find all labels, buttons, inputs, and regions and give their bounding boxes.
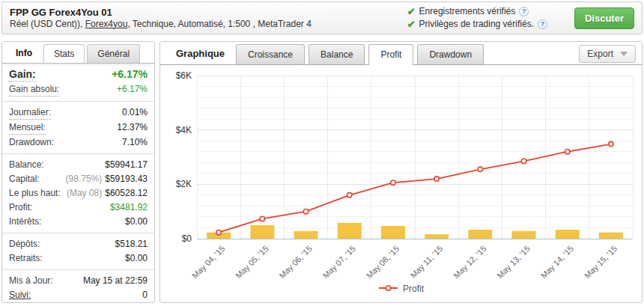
bar-may-08-15: [381, 226, 405, 239]
verification-block: ✔ Enregistrements vérifiés ? ✔ Privilège…: [407, 5, 547, 31]
help-icon[interactable]: ?: [519, 7, 529, 16]
chart-legend: Profit: [162, 284, 640, 294]
sidebar-tabs: InfoStatsGénéral: [2, 42, 154, 64]
stat-row-retraits: Retraits:$0.00: [2, 251, 154, 266]
point-may-05-15: [260, 216, 264, 221]
stat-label: Mensuel:: [9, 121, 46, 135]
chart-tab-profit[interactable]: Profit: [368, 44, 413, 65]
stat-label: Gain absolu:: [9, 83, 59, 97]
stat-label: Intérêts:: [9, 215, 41, 228]
x-tick-label: May 05, '15: [234, 244, 270, 280]
bar-may-11-15: [425, 234, 449, 239]
stat-row-capital: Capital:(98.75%)$59193.43: [2, 172, 154, 186]
stat-value: +6.17%: [112, 68, 148, 81]
legend-line-marker-icon: [379, 284, 398, 294]
x-tick-label: May 08, '15: [365, 244, 401, 280]
stat-value: $0.00: [125, 215, 148, 228]
x-tick-label: May 07, '15: [321, 244, 357, 280]
stat-value: $3481.92: [110, 201, 148, 214]
x-tick-label: May 14, '15: [539, 244, 575, 280]
verified-label: Enregistrements vérifiés: [419, 5, 516, 18]
export-label: Export: [587, 49, 613, 59]
point-may-12-15: [478, 167, 482, 171]
x-tick-label: May 13, '15: [495, 244, 531, 280]
stat-value: 0.01%: [122, 106, 148, 119]
chart-tabs: GraphiqueCroissanceBalanceProfitDrawdown…: [160, 42, 642, 65]
point-may-08-15: [391, 180, 395, 185]
verified-row: ✔ Enregistrements vérifiés ?: [407, 5, 547, 18]
help-icon[interactable]: ?: [538, 19, 547, 29]
stat-row-drawdown: Drawdown:7.10%: [2, 135, 154, 150]
point-may-07-15: [347, 193, 352, 198]
stat-value: (May 08)$60528.12: [67, 187, 148, 200]
y-tick-label: $6K: [176, 70, 192, 81]
stat-row-interets: Intérêts:$0.00: [2, 215, 154, 229]
sidebar-tab-info[interactable]: Info: [7, 43, 41, 63]
stat-row-mensuel: Mensuel:12.37%: [2, 120, 154, 135]
sidebar-stats: Gain:+6.17%Gain absolu:+6.17%Journalier:…: [2, 64, 154, 303]
bar-may-05-15: [250, 225, 274, 239]
sidebar-tab-general[interactable]: Général: [87, 44, 140, 63]
sidebar-tab-stats[interactable]: Stats: [43, 44, 85, 63]
stat-label: Balance:: [9, 159, 44, 171]
stat-value: $518.21: [115, 238, 148, 251]
chart-panel: GraphiqueCroissanceBalanceProfitDrawdown…: [160, 41, 643, 303]
stat-label: Dépôts:: [9, 238, 40, 251]
account-identity: FPP GG Forex4You 01 Réel (USD Cent)), Fo…: [10, 7, 407, 30]
verified-label: Privilèges de trading vérifiés.: [419, 18, 534, 31]
y-tick-label: $2K: [176, 179, 192, 189]
stat-value: 7.10%: [122, 136, 148, 149]
x-tick-label: May 11, '15: [409, 244, 445, 280]
account-subtitle: Réel (USD Cent)), Forex4you, Technique, …: [10, 19, 407, 30]
bar-may-06-15: [294, 231, 318, 239]
point-may-15-15: [609, 141, 613, 146]
legend-label: Profit: [403, 284, 424, 294]
point-may-11-15: [434, 177, 439, 181]
point-may-06-15: [303, 209, 308, 213]
export-button[interactable]: Export: [579, 45, 636, 63]
point-may-14-15: [565, 150, 570, 154]
stat-group: Journalier:0.01%Mensuel:12.37%Drawdown:7…: [2, 101, 154, 153]
stat-row-balance: Balance:$59941.17: [2, 158, 154, 172]
point-may-13-15: [521, 159, 526, 163]
chevron-down-icon: [620, 52, 628, 56]
stat-value-note: (98.75%): [66, 174, 103, 184]
stat-label: Profit:: [9, 201, 32, 214]
stat-group: Gain:+6.17%Gain absolu:+6.17%: [2, 64, 154, 101]
chart-tab-croissance[interactable]: Croissance: [236, 44, 305, 64]
discuss-button[interactable]: Discuter: [574, 7, 634, 29]
account-header: FPP GG Forex4You 01 Réel (USD Cent)), Fo…: [1, 1, 643, 34]
bar-may-12-15: [468, 230, 492, 239]
stat-group: Dépôts:$518.21Retraits:$0.00: [2, 233, 154, 269]
stat-label: Gain:: [9, 68, 36, 82]
stat-row-le-plus-haut: Le plus haut:(May 08)$60528.12: [2, 186, 154, 201]
verified-row: ✔ Privilèges de trading vérifiés. ?: [407, 18, 547, 31]
stat-row-gain: Gain:+6.17%: [2, 67, 154, 82]
stat-row-profit: Profit:$3481.92: [2, 201, 154, 215]
y-tick-label: $0: [182, 233, 192, 244]
stat-group: Balance:$59941.17Capital:(98.75%)$59193.…: [2, 153, 154, 233]
stat-label: Drawdown:: [9, 136, 54, 149]
chart-tab-balance[interactable]: Balance: [309, 44, 365, 64]
bar-may-14-15: [556, 230, 580, 239]
chart-tab-drawdown[interactable]: Drawdown: [417, 44, 484, 64]
stat-row-gain-absolu: Gain absolu:+6.17%: [2, 82, 154, 97]
stat-value-note: (May 08): [67, 188, 102, 198]
bar-may-13-15: [511, 231, 535, 239]
check-icon: ✔: [407, 5, 416, 18]
stat-row-suivi: Suivi:0: [2, 288, 154, 302]
y-tick-label: $4K: [176, 125, 192, 135]
content: InfoStatsGénéral Gain:+6.17%Gain absolu:…: [1, 41, 643, 303]
account-widget: FPP GG Forex4You 01 Réel (USD Cent)), Fo…: [0, 0, 644, 306]
check-icon: ✔: [407, 18, 416, 31]
stat-row-mis-a-jour: Mis à Jour:May 15 at 22:59: [2, 274, 154, 288]
stat-value: $59941.17: [105, 159, 148, 171]
chart-area: $0$2K$4K$6KMay 04, '15May 05, '15May 06,…: [160, 65, 642, 294]
stat-label-link[interactable]: Suivi:: [9, 289, 31, 302]
stat-label: Mis à Jour:: [9, 275, 53, 287]
x-tick-label: May 06, '15: [277, 244, 313, 280]
broker-link[interactable]: Forex4you: [85, 19, 128, 29]
subtitle-text: , Technique, Automatisé, 1:500 , MetaTra…: [127, 19, 311, 29]
x-tick-label: May 15, '15: [583, 244, 619, 280]
stats-sidebar: InfoStatsGénéral Gain:+6.17%Gain absolu:…: [1, 41, 155, 303]
